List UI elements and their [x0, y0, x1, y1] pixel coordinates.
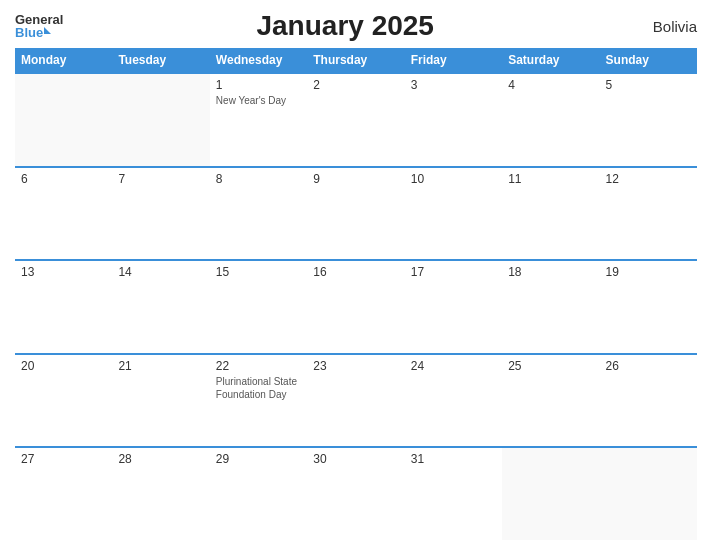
- calendar: Monday Tuesday Wednesday Thursday Friday…: [15, 48, 697, 540]
- calendar-cell-w5-d2: 28: [112, 448, 209, 540]
- page: General Blue January 2025 Bolivia Monday…: [0, 0, 712, 550]
- calendar-cell-w1-d5: 3: [405, 74, 502, 166]
- calendar-cell-w2-d4: 9: [307, 168, 404, 260]
- day-number: 30: [313, 452, 398, 466]
- logo-blue-text: Blue: [15, 26, 43, 39]
- calendar-cell-w2-d2: 7: [112, 168, 209, 260]
- header-wednesday: Wednesday: [210, 48, 307, 72]
- calendar-cell-w1-d2: [112, 74, 209, 166]
- calendar-week-2: 6789101112: [15, 166, 697, 260]
- day-number: 4: [508, 78, 593, 92]
- calendar-cell-w1-d7: 5: [600, 74, 697, 166]
- calendar-cell-w4-d3: 22Plurinational State Foundation Day: [210, 355, 307, 447]
- calendar-cell-w4-d1: 20: [15, 355, 112, 447]
- header-sunday: Sunday: [600, 48, 697, 72]
- calendar-cell-w1-d4: 2: [307, 74, 404, 166]
- calendar-cell-w3-d7: 19: [600, 261, 697, 353]
- calendar-cell-w5-d7: [600, 448, 697, 540]
- calendar-cell-w3-d3: 15: [210, 261, 307, 353]
- calendar-title: January 2025: [63, 10, 627, 42]
- country-label: Bolivia: [627, 18, 697, 35]
- calendar-cell-w4-d2: 21: [112, 355, 209, 447]
- day-number: 13: [21, 265, 106, 279]
- header-monday: Monday: [15, 48, 112, 72]
- calendar-cell-w3-d2: 14: [112, 261, 209, 353]
- day-number: 18: [508, 265, 593, 279]
- day-number: 26: [606, 359, 691, 373]
- logo: General Blue: [15, 13, 63, 39]
- day-number: 25: [508, 359, 593, 373]
- calendar-cell-w3-d1: 13: [15, 261, 112, 353]
- day-number: 28: [118, 452, 203, 466]
- calendar-week-4: 202122Plurinational State Foundation Day…: [15, 353, 697, 447]
- day-number: 2: [313, 78, 398, 92]
- day-number: 23: [313, 359, 398, 373]
- calendar-cell-w2-d3: 8: [210, 168, 307, 260]
- calendar-cell-w2-d1: 6: [15, 168, 112, 260]
- calendar-cell-w3-d4: 16: [307, 261, 404, 353]
- day-number: 19: [606, 265, 691, 279]
- day-number: 21: [118, 359, 203, 373]
- logo-triangle-icon: [44, 27, 51, 34]
- day-number: 1: [216, 78, 301, 92]
- calendar-cell-w5-d3: 29: [210, 448, 307, 540]
- calendar-cell-w3-d5: 17: [405, 261, 502, 353]
- calendar-cell-w5-d6: [502, 448, 599, 540]
- calendar-cell-w4-d4: 23: [307, 355, 404, 447]
- calendar-header: Monday Tuesday Wednesday Thursday Friday…: [15, 48, 697, 72]
- day-number: 5: [606, 78, 691, 92]
- day-number: 22: [216, 359, 301, 373]
- calendar-week-1: 1New Year's Day2345: [15, 72, 697, 166]
- calendar-cell-w1-d3: 1New Year's Day: [210, 74, 307, 166]
- holiday-label: Plurinational State Foundation Day: [216, 375, 301, 401]
- calendar-cell-w5-d5: 31: [405, 448, 502, 540]
- calendar-body: 1New Year's Day2345678910111213141516171…: [15, 72, 697, 540]
- calendar-cell-w2-d5: 10: [405, 168, 502, 260]
- day-number: 29: [216, 452, 301, 466]
- calendar-week-3: 13141516171819: [15, 259, 697, 353]
- day-number: 10: [411, 172, 496, 186]
- calendar-cell-w2-d6: 11: [502, 168, 599, 260]
- day-number: 27: [21, 452, 106, 466]
- day-number: 14: [118, 265, 203, 279]
- day-number: 8: [216, 172, 301, 186]
- header-tuesday: Tuesday: [112, 48, 209, 72]
- day-number: 31: [411, 452, 496, 466]
- calendar-cell-w4-d5: 24: [405, 355, 502, 447]
- calendar-week-5: 2728293031: [15, 446, 697, 540]
- day-number: 16: [313, 265, 398, 279]
- day-number: 9: [313, 172, 398, 186]
- day-number: 6: [21, 172, 106, 186]
- calendar-cell-w5-d4: 30: [307, 448, 404, 540]
- calendar-cell-w4-d7: 26: [600, 355, 697, 447]
- day-number: 7: [118, 172, 203, 186]
- header-saturday: Saturday: [502, 48, 599, 72]
- calendar-cell-w1-d1: [15, 74, 112, 166]
- calendar-cell-w1-d6: 4: [502, 74, 599, 166]
- header: General Blue January 2025 Bolivia: [15, 10, 697, 42]
- day-number: 20: [21, 359, 106, 373]
- calendar-cell-w5-d1: 27: [15, 448, 112, 540]
- calendar-cell-w3-d6: 18: [502, 261, 599, 353]
- day-number: 17: [411, 265, 496, 279]
- day-number: 11: [508, 172, 593, 186]
- day-number: 24: [411, 359, 496, 373]
- header-friday: Friday: [405, 48, 502, 72]
- day-number: 15: [216, 265, 301, 279]
- calendar-cell-w4-d6: 25: [502, 355, 599, 447]
- holiday-label: New Year's Day: [216, 94, 301, 107]
- day-number: 12: [606, 172, 691, 186]
- calendar-cell-w2-d7: 12: [600, 168, 697, 260]
- header-thursday: Thursday: [307, 48, 404, 72]
- day-number: 3: [411, 78, 496, 92]
